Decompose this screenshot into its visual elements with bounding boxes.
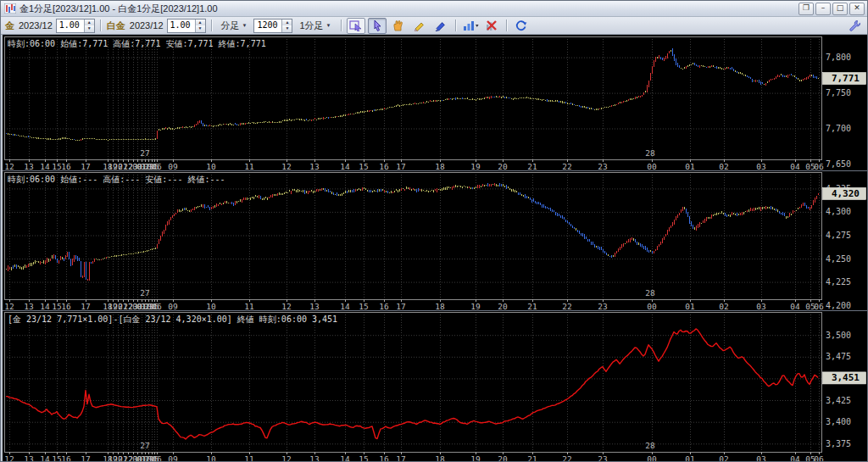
time-label: 03 [756,302,765,311]
time-label: 12 [281,454,291,462]
time-label: 17 [81,302,90,311]
clear-indicators-button[interactable] [482,18,501,34]
time-label: 16 [61,454,71,462]
time-label: 15 [359,302,368,311]
bar-count-stepper[interactable]: 1200 ▲▼ [253,19,292,33]
svg-text:7,771: 7,771 [832,73,860,84]
period-type-dropdown[interactable]: 分足▼ [217,19,252,32]
draw-pencil-button[interactable] [410,18,429,34]
time-label: 02 [719,302,728,311]
svg-text:3,451: 3,451 [832,372,860,383]
last-price-box: 7,771 [823,73,866,85]
close-button[interactable]: ✕ [849,3,865,15]
time-label: 18 [435,162,445,171]
time-label: 14 [40,162,50,171]
time-label: 16 [379,454,389,462]
crosshair-chart-icon [349,19,363,31]
plot-border [5,37,822,160]
symbol2-multiplier-value[interactable]: 1.00 [168,19,195,32]
time-label: 13 [309,302,319,311]
price-label: 4,275 [826,231,851,240]
time-label: 15 [52,302,61,311]
time-label: 11 [244,302,254,311]
time-label: 02 [719,454,728,462]
indicator-chart-button[interactable] [461,18,480,34]
time-label: 01 [685,162,695,171]
panel-info-platinum-1min: 時刻:06:00 始値:--- 高値:--- 安値:--- 終値:--- [8,175,225,184]
time-label: 17 [81,162,90,171]
refresh-icon [515,19,527,31]
time-label: 16 [379,302,389,311]
price-label: 7,650 [826,159,851,169]
time-label: 17 [396,454,405,462]
toolbar-separator [341,19,342,31]
last-price-box: 3,451 [823,372,866,384]
time-label: 22 [562,454,571,462]
time-label: 12 [281,162,291,171]
settings-button[interactable] [845,18,864,34]
red-x-icon [485,19,498,31]
chart-area: 1213141516171819202122230001020304050609… [1,35,868,462]
symbol2-name: 白金 [106,19,126,32]
time-label: 04 [790,454,800,462]
spin-down-icon[interactable]: ▼ [282,25,292,32]
chevron-down-icon: ▼ [326,23,331,28]
panel-spread-gold-platinum[interactable]: 1213141516171819202122230001020304050609… [4,312,866,462]
spin-up-icon[interactable]: ▲ [196,19,205,26]
panel-gold-1min[interactable]: 1213141516171819202122230001020304050609… [3,36,867,171]
draw-pen-button[interactable] [431,18,450,34]
spin-down-icon[interactable]: ▼ [85,25,94,32]
time-label: 10 [206,162,216,171]
time-label: 19 [470,162,481,171]
spin-up-icon[interactable]: ▲ [282,19,292,26]
time-label: 06 [814,162,824,171]
bar-count-value[interactable]: 1200 [254,19,281,32]
candles-platinum-1min [6,183,820,281]
symbol2-contract: 2023/12 [129,20,164,31]
time-label: 19 [470,454,481,462]
time-label: 14 [340,454,350,462]
time-label: 16 [379,162,389,171]
chart-canvas[interactable]: 1213141516171819202122230001020304050609… [3,35,867,462]
time-label: 15 [359,162,368,171]
pan-hand-button[interactable] [389,18,408,34]
time-label: 12 [4,162,14,171]
time-label: 09 [168,302,178,311]
symbol1-multiplier-value[interactable]: 1.00 [57,19,84,32]
cursor-arrow-icon [371,19,383,31]
toolbar-separator [455,19,456,31]
titlebar[interactable]: 金1分足[2023/12]1.00 - 白金1分足[2023/12]1.00 ❐… [1,1,867,17]
popout-button[interactable]: ❐ [798,3,814,15]
time-label: 23 [598,162,607,171]
interval-dropdown[interactable]: 1分足▼ [295,19,335,32]
symbol2-multiplier-stepper[interactable]: 1.00 ▲▼ [167,19,206,33]
toolbar-separator [211,19,212,31]
refresh-button[interactable] [512,18,531,34]
time-label: 09 [168,162,178,171]
time-label: 15 [52,454,61,462]
crosshair-mode-button[interactable] [347,18,365,34]
window-title: 金1分足[2023/12]1.00 - 白金1分足[2023/12]1.00 [19,2,798,15]
time-label: 20 [498,454,508,462]
time-label: 13 [24,162,33,171]
spin-down-icon[interactable]: ▼ [196,25,205,32]
time-label: 11 [244,454,254,462]
spin-up-icon[interactable]: ▲ [85,19,94,26]
time-label: 21 [527,302,537,311]
minimize-button[interactable]: – [815,3,831,15]
chevron-down-icon: ▼ [242,23,248,28]
select-cursor-button[interactable] [368,18,387,34]
time-label: 00 [647,454,657,462]
panel-platinum-1min[interactable]: 1213141516171819202122230001020304050609… [3,172,867,311]
symbol1-multiplier-stepper[interactable]: 1.00 ▲▼ [56,19,95,33]
time-label: 10 [206,454,216,462]
price-label: 3,400 [826,417,851,426]
date-label: 27 [140,441,149,450]
time-label: 06 [814,454,824,462]
price-label: 3,425 [826,396,851,405]
maximize-button[interactable]: □ [832,3,848,15]
time-label: 03 [756,454,765,462]
price-label: 3,500 [826,331,851,340]
toolbar-separator [506,19,507,31]
pencil-icon [413,19,426,31]
